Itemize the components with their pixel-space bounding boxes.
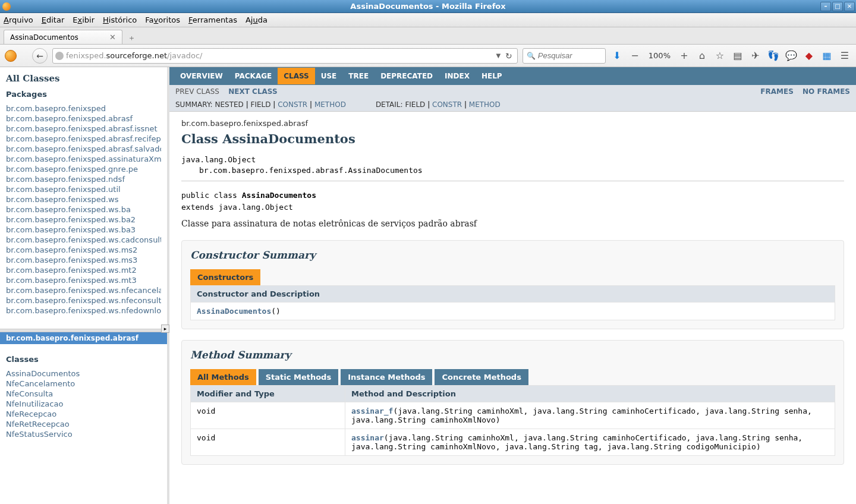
package-link[interactable]: br.com.basepro.fenixsped.ws.mt3: [6, 275, 161, 285]
method-tab[interactable]: Static Methods: [259, 369, 338, 385]
back-button[interactable]: ←: [32, 48, 48, 64]
method-link[interactable]: assinar_f: [351, 407, 393, 415]
nav-overview[interactable]: OVERVIEW: [174, 68, 229, 84]
downloads-icon[interactable]: ⬇: [610, 49, 624, 62]
all-classes-link[interactable]: All Classes: [6, 73, 161, 84]
zoom-out-icon[interactable]: −: [628, 49, 641, 62]
packages-frame[interactable]: All Classes Packages br.com.basepro.feni…: [0, 67, 169, 329]
package-link[interactable]: br.com.basepro.fenixsped.assinaturaXml: [6, 154, 161, 164]
package-link[interactable]: br.com.basepro.fenixsped.gnre.pe: [6, 164, 161, 174]
home-icon[interactable]: ⌂: [696, 49, 709, 62]
url-bar[interactable]: fenixsped.sourceforge.net/javadoc/ ▼ ↻: [52, 48, 518, 64]
package-link[interactable]: br.com.basepro.fenixsped.abrasf.salvador…: [6, 144, 161, 154]
package-link[interactable]: br.com.basepro.fenixsped.ws.ba: [6, 204, 161, 215]
class-link[interactable]: NfeRecepcao: [6, 409, 161, 419]
detail-field: FIELD: [405, 100, 425, 109]
package-link[interactable]: br.com.basepro.fenixsped.ws.nfecancelame…: [6, 285, 161, 295]
package-link[interactable]: br.com.basepro.fenixsped.abrasf.issnet: [6, 124, 161, 134]
javadoc-sub-nav: PREV CLASS NEXT CLASS FRAMES NO FRAMES: [169, 85, 856, 98]
package-link[interactable]: br.com.basepro.fenixsped.ws.mt2: [6, 265, 161, 275]
nav-use[interactable]: USE: [315, 68, 343, 84]
prev-class-link: PREV CLASS: [175, 87, 219, 96]
detail-method-link[interactable]: METHOD: [469, 100, 501, 109]
url-dropdown-icon[interactable]: ▼: [493, 52, 503, 59]
summary-method-link[interactable]: METHOD: [314, 100, 346, 109]
package-link[interactable]: br.com.basepro.fenixsped.ws: [6, 194, 161, 204]
method-link[interactable]: assinar: [351, 433, 384, 442]
class-link[interactable]: NfeStatusServico: [6, 429, 161, 439]
package-link[interactable]: br.com.basepro.fenixsped.ws.ba2: [6, 215, 161, 225]
search-input[interactable]: [538, 51, 602, 60]
class-link[interactable]: NfeConsulta: [6, 389, 161, 399]
zoom-in-icon[interactable]: +: [678, 49, 691, 62]
extension-icon[interactable]: ▦: [820, 49, 833, 62]
package-link[interactable]: br.com.basepro.fenixsped.ws.nfeconsulta: [6, 295, 161, 305]
classes-frame[interactable]: br.com.basepro.fenixsped.abrasf Classes …: [0, 332, 169, 504]
package-link[interactable]: br.com.basepro.fenixsped.ws.ms2: [6, 245, 161, 255]
nav-tree[interactable]: TREE: [342, 68, 374, 84]
menu-historico[interactable]: Histórico: [103, 15, 137, 24]
method-tab[interactable]: Instance Methods: [341, 369, 432, 385]
nav-package[interactable]: PACKAGE: [229, 68, 278, 84]
menu-favoritos[interactable]: Favoritos: [145, 15, 180, 24]
footprints-icon[interactable]: 👣: [767, 49, 780, 62]
hamburger-menu-icon[interactable]: ☰: [838, 49, 851, 62]
classes-heading: Classes: [6, 355, 161, 364]
class-link[interactable]: AssinaDocumentos: [6, 368, 161, 379]
next-class-link[interactable]: NEXT CLASS: [228, 87, 277, 96]
nav-help[interactable]: HELP: [476, 68, 508, 84]
bookmarks-star-icon[interactable]: ☆: [713, 49, 726, 62]
javadoc-main-frame[interactable]: OVERVIEWPACKAGECLASSUSETREEDEPRECATEDIND…: [169, 67, 856, 504]
new-tab-button[interactable]: ＋: [125, 32, 138, 44]
browser-tab[interactable]: AssinaDocumentos ✕: [4, 30, 122, 44]
send-icon[interactable]: ✈: [749, 49, 762, 62]
site-identity-icon[interactable]: [55, 52, 64, 60]
no-frames-link[interactable]: NO FRAMES: [802, 87, 850, 96]
package-link[interactable]: br.com.basepro.fenixsped: [6, 103, 161, 114]
class-link[interactable]: NfeInutilizacao: [6, 399, 161, 409]
close-window-button[interactable]: ✕: [844, 2, 855, 11]
menu-exibir[interactable]: Exibir: [73, 15, 95, 24]
menu-ajuda[interactable]: Ajuda: [246, 15, 268, 24]
maximize-button[interactable]: □: [832, 2, 843, 11]
search-box[interactable]: 🔍: [523, 48, 606, 64]
javadoc-summary-nav: SUMMARY: NESTED | FIELD | CONSTR | METHO…: [169, 98, 856, 112]
javadoc-left-frames: All Classes Packages br.com.basepro.feni…: [0, 67, 169, 504]
firefox-home-icon[interactable]: [5, 50, 17, 62]
menu-editar[interactable]: Editar: [42, 15, 65, 24]
constructors-tab[interactable]: Constructors: [190, 269, 260, 285]
constructor-link[interactable]: AssinaDocumentos: [197, 307, 271, 316]
detail-constr-link[interactable]: CONSTR: [432, 100, 462, 109]
library-icon[interactable]: ▤: [731, 49, 744, 62]
method-tab[interactable]: All Methods: [190, 369, 256, 385]
package-link[interactable]: br.com.basepro.fenixsped.ndsf: [6, 174, 161, 184]
nav-deprecated[interactable]: DEPRECATED: [374, 68, 439, 84]
reload-icon[interactable]: ↻: [503, 51, 515, 61]
adblock-icon[interactable]: ◆: [802, 49, 816, 62]
package-link[interactable]: br.com.basepro.fenixsped.abrasf: [6, 114, 161, 124]
menu-ferramentas[interactable]: Ferramentas: [188, 15, 237, 24]
zoom-level[interactable]: 100%: [646, 51, 673, 60]
method-signature: assinar_f(java.lang.String caminhoXml, j…: [345, 402, 835, 429]
package-link[interactable]: br.com.basepro.fenixsped.ws.cadconsultac…: [6, 235, 161, 245]
chat-icon[interactable]: 💬: [785, 49, 798, 62]
menu-arquivo[interactable]: Arquivo: [4, 15, 33, 24]
class-link[interactable]: NfeCancelamento: [6, 379, 161, 389]
summary-constr-link[interactable]: CONSTR: [278, 100, 307, 109]
class-link[interactable]: NfeRetRecepcao: [6, 419, 161, 429]
minimize-button[interactable]: –: [820, 2, 831, 11]
method-tab[interactable]: Concrete Methods: [435, 369, 528, 385]
package-link[interactable]: br.com.basepro.fenixsped.abrasf.recifepe: [6, 134, 161, 144]
nav-class[interactable]: CLASS: [278, 68, 315, 84]
package-link[interactable]: br.com.basepro.fenixsped.ws.ms3: [6, 255, 161, 265]
summary-field: FIELD: [251, 100, 271, 109]
package-link[interactable]: br.com.basepro.fenixsped.util: [6, 184, 161, 194]
frame-splitter[interactable]: ▸: [0, 329, 169, 332]
package-link[interactable]: br.com.basepro.fenixsped.ws.ba3: [6, 225, 161, 235]
constructors-table: Constructor and Description AssinaDocume…: [190, 285, 835, 320]
tab-close-icon[interactable]: ✕: [109, 33, 116, 42]
package-link[interactable]: br.com.basepro.fenixsped.ws.nfedownloadn…: [6, 305, 161, 316]
inheritance-root[interactable]: java.lang.Object: [181, 155, 844, 165]
nav-index[interactable]: INDEX: [439, 68, 476, 84]
frames-link[interactable]: FRAMES: [760, 87, 794, 96]
